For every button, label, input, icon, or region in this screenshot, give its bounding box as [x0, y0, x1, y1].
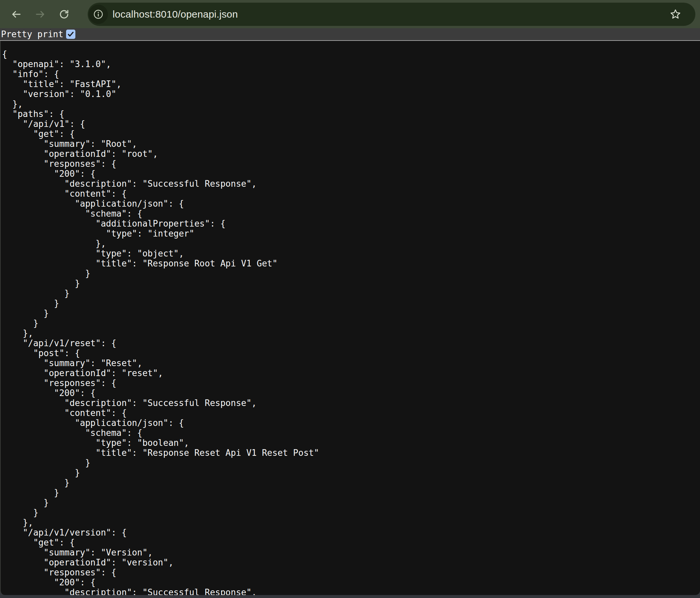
pretty-print-checkbox[interactable] [66, 29, 75, 39]
pretty-print-label: Pretty print [1, 28, 64, 40]
arrow-left-icon [10, 9, 22, 20]
back-button[interactable] [9, 7, 23, 21]
reload-icon [58, 9, 70, 20]
browser-toolbar: localhost:8010/openapi.json [0, 0, 700, 28]
bookmark-button[interactable] [669, 8, 682, 21]
star-outline-icon [669, 8, 682, 21]
site-info-button[interactable] [89, 5, 108, 24]
reload-button[interactable] [57, 7, 71, 21]
arrow-right-icon [34, 9, 46, 20]
info-circle-icon [93, 9, 104, 20]
url-text[interactable]: localhost:8010/openapi.json [112, 9, 669, 20]
json-document: { "openapi": "3.1.0", "info": { "title":… [1, 41, 700, 595]
pretty-print-bar: Pretty print [0, 28, 700, 41]
url-bar[interactable]: localhost:8010/openapi.json [88, 3, 695, 26]
checkmark-icon [67, 30, 75, 38]
web-content-area: { "openapi": "3.1.0", "info": { "title":… [0, 41, 700, 595]
forward-button[interactable] [33, 7, 47, 21]
